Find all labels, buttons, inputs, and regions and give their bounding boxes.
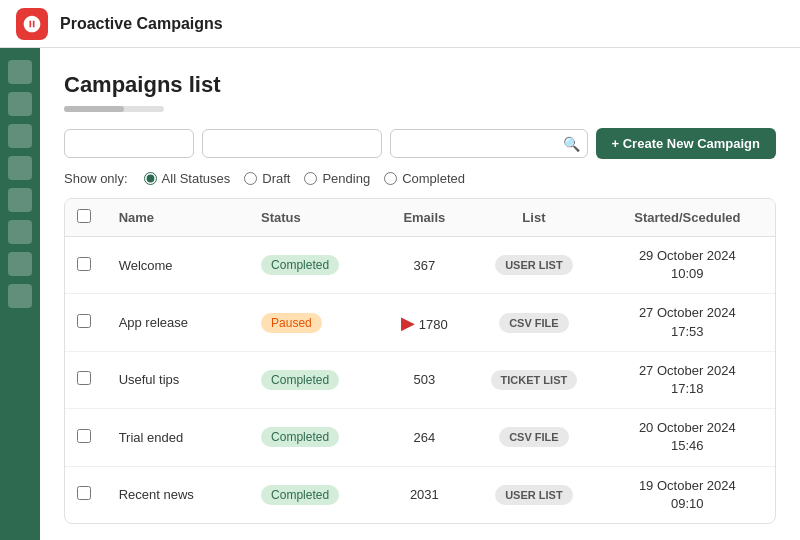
- search-input[interactable]: [390, 129, 588, 158]
- row-list-0: USER LIST: [468, 237, 599, 294]
- radio-draft-input[interactable]: [244, 172, 257, 185]
- table-row: Recent news Completed 2031 USER LIST 19 …: [65, 466, 775, 523]
- sidebar-item-1[interactable]: [8, 60, 32, 84]
- radio-completed[interactable]: Completed: [384, 171, 465, 186]
- col-header-check: [65, 199, 107, 237]
- col-header-status: Status: [249, 199, 380, 237]
- row-checkbox-cell: [65, 351, 107, 408]
- app-title: Proactive Campaigns: [60, 15, 223, 33]
- sidebar-item-5[interactable]: [8, 188, 32, 212]
- row-checkbox-1[interactable]: [77, 314, 91, 328]
- row-status-4: Completed: [249, 466, 380, 523]
- filter-input-2[interactable]: [202, 129, 382, 158]
- table-row: Useful tips Completed 503 TICKET LIST 27…: [65, 351, 775, 408]
- sidebar-item-6[interactable]: [8, 220, 32, 244]
- row-status-1: Paused: [249, 294, 380, 351]
- radio-draft[interactable]: Draft: [244, 171, 290, 186]
- arrow-icon-1: ▶: [401, 312, 415, 334]
- table-row: App release Paused ▶ 1780 CSV FILE 27 Oc…: [65, 294, 775, 351]
- campaigns-table-wrapper: Name Status Emails List Started/Sceduled…: [64, 198, 776, 524]
- radio-pending-input[interactable]: [304, 172, 317, 185]
- sidebar-item-3[interactable]: [8, 124, 32, 148]
- row-name-1: App release: [107, 294, 249, 351]
- row-checkbox-3[interactable]: [77, 429, 91, 443]
- show-only-row: Show only: All Statuses Draft Pending Co…: [64, 171, 776, 186]
- list-badge-1: CSV FILE: [499, 313, 569, 333]
- status-badge-2: Completed: [261, 370, 339, 390]
- list-badge-3: CSV FILE: [499, 427, 569, 447]
- status-badge-3: Completed: [261, 427, 339, 447]
- col-header-emails: Emails: [381, 199, 469, 237]
- row-started-2: 27 October 202417:18: [600, 351, 775, 408]
- row-emails-3: 264: [381, 409, 469, 466]
- row-started-0: 29 October 202410:09: [600, 237, 775, 294]
- col-header-started: Started/Sceduled: [600, 199, 775, 237]
- row-name-3: Trial ended: [107, 409, 249, 466]
- row-name-4: Recent news: [107, 466, 249, 523]
- app-header: Proactive Campaigns: [0, 0, 800, 48]
- row-status-0: Completed: [249, 237, 380, 294]
- list-badge-0: USER LIST: [495, 255, 572, 275]
- radio-all-statuses-input[interactable]: [144, 172, 157, 185]
- app-logo: [16, 8, 48, 40]
- radio-completed-label: Completed: [402, 171, 465, 186]
- status-badge-1: Paused: [261, 313, 322, 333]
- table-row: Trial ended Completed 264 CSV FILE 20 Oc…: [65, 409, 775, 466]
- radio-group: All Statuses Draft Pending Completed: [144, 171, 465, 186]
- row-list-1: CSV FILE: [468, 294, 599, 351]
- row-status-2: Completed: [249, 351, 380, 408]
- show-only-label: Show only:: [64, 171, 128, 186]
- row-status-3: Completed: [249, 409, 380, 466]
- row-started-4: 19 October 202409:10: [600, 466, 775, 523]
- layout: Campaigns list 🔍 + Create New Campaign S…: [0, 48, 800, 540]
- table-header-row: Name Status Emails List Started/Sceduled: [65, 199, 775, 237]
- row-started-1: 27 October 202417:53: [600, 294, 775, 351]
- row-checkbox-4[interactable]: [77, 486, 91, 500]
- create-campaign-button[interactable]: + Create New Campaign: [596, 128, 776, 159]
- radio-completed-input[interactable]: [384, 172, 397, 185]
- radio-draft-label: Draft: [262, 171, 290, 186]
- page-title: Campaigns list: [64, 72, 776, 98]
- row-checkbox-cell: [65, 294, 107, 351]
- search-wrapper: 🔍: [390, 129, 588, 158]
- sidebar: [0, 48, 40, 540]
- row-checkbox-cell: [65, 466, 107, 523]
- col-header-list: List: [468, 199, 599, 237]
- select-all-checkbox[interactable]: [77, 209, 91, 223]
- search-icon: 🔍: [563, 136, 580, 152]
- radio-pending[interactable]: Pending: [304, 171, 370, 186]
- list-badge-4: USER LIST: [495, 485, 572, 505]
- sidebar-item-7[interactable]: [8, 252, 32, 276]
- progress-bar-fill: [64, 106, 124, 112]
- row-checkbox-cell: [65, 409, 107, 466]
- progress-bar: [64, 106, 164, 112]
- row-emails-1: ▶ 1780: [381, 294, 469, 351]
- filter-row: 🔍 + Create New Campaign: [64, 128, 776, 159]
- row-list-4: USER LIST: [468, 466, 599, 523]
- row-checkbox-0[interactable]: [77, 257, 91, 271]
- row-list-2: TICKET LIST: [468, 351, 599, 408]
- table-row: Welcome Completed 367 USER LIST 29 Octob…: [65, 237, 775, 294]
- status-badge-0: Completed: [261, 255, 339, 275]
- sidebar-item-8[interactable]: [8, 284, 32, 308]
- status-badge-4: Completed: [261, 485, 339, 505]
- campaigns-table: Name Status Emails List Started/Sceduled…: [65, 199, 775, 523]
- radio-all-statuses[interactable]: All Statuses: [144, 171, 231, 186]
- main-content: Campaigns list 🔍 + Create New Campaign S…: [40, 48, 800, 540]
- row-emails-4: 2031: [381, 466, 469, 523]
- sidebar-item-4[interactable]: [8, 156, 32, 180]
- row-checkbox-2[interactable]: [77, 371, 91, 385]
- radio-all-statuses-label: All Statuses: [162, 171, 231, 186]
- sidebar-item-2[interactable]: [8, 92, 32, 116]
- row-checkbox-cell: [65, 237, 107, 294]
- filter-input-1[interactable]: [64, 129, 194, 158]
- row-list-3: CSV FILE: [468, 409, 599, 466]
- radio-pending-label: Pending: [322, 171, 370, 186]
- row-name-0: Welcome: [107, 237, 249, 294]
- row-name-2: Useful tips: [107, 351, 249, 408]
- row-emails-2: 503: [381, 351, 469, 408]
- col-header-name: Name: [107, 199, 249, 237]
- list-badge-2: TICKET LIST: [491, 370, 578, 390]
- row-started-3: 20 October 202415:46: [600, 409, 775, 466]
- row-emails-0: 367: [381, 237, 469, 294]
